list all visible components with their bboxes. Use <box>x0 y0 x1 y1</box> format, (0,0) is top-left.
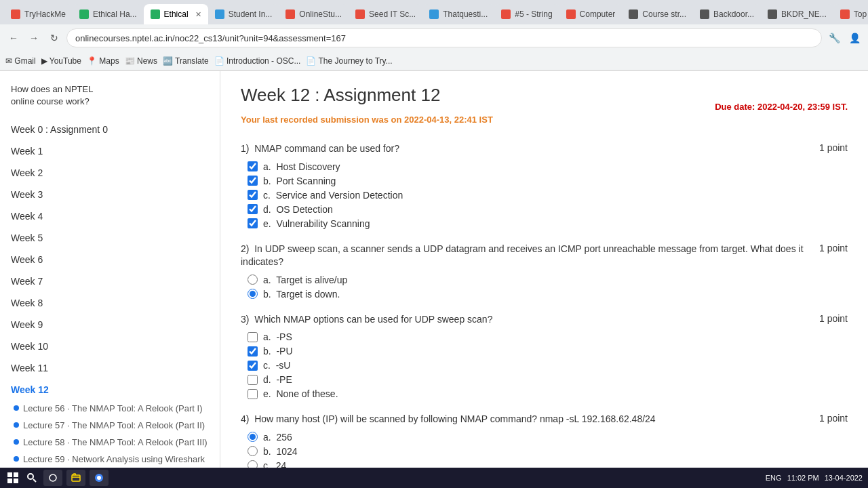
question-1-header: 1) NMAP command can be used for? 1 point <box>241 142 848 156</box>
extensions-button[interactable]: 🔧 <box>826 30 842 46</box>
sidebar-week0-label: Week 0 : Assignment 0 <box>11 124 108 135</box>
bookmark-translate[interactable]: 🔤 Translate <box>163 56 209 66</box>
tab-favicon <box>79 9 89 19</box>
tab-tryhackme[interactable]: TryHackMe <box>4 4 73 24</box>
tab-favicon <box>429 9 439 19</box>
reload-button[interactable]: ↻ <box>46 30 62 46</box>
option-1c[interactable]: c. Service and Version Detection <box>248 190 848 201</box>
sidebar-week-3[interactable]: Week 3 <box>0 184 220 205</box>
sidebar: How does an NPTEL online course work? We… <box>0 71 220 468</box>
radio-2a[interactable] <box>248 274 258 285</box>
radio-4a[interactable] <box>248 432 258 442</box>
sidebar-lecture-56[interactable]: Lecture 56 · The NMAP Tool: A Relook (Pa… <box>0 401 220 418</box>
bookmark-news[interactable]: 📰 News <box>125 56 157 66</box>
bookmark-gmail[interactable]: ✉ Gmail <box>5 56 36 66</box>
checkbox-3e[interactable] <box>248 389 258 399</box>
tab-label: Top 5 Bes... <box>854 9 868 19</box>
tab-string[interactable]: #5 - String <box>494 4 559 24</box>
tab-course[interactable]: Course str... <box>622 4 693 24</box>
sidebar-week-10[interactable]: Week 10 <box>0 336 220 357</box>
sidebar-week-8[interactable]: Week 8 <box>0 292 220 314</box>
back-button[interactable]: ← <box>5 30 22 46</box>
option-3e[interactable]: e. None of these. <box>248 388 848 399</box>
tab-favicon <box>840 9 850 19</box>
browser-chrome: TryHackMe Ethical Ha... Ethical ✕ Studen… <box>0 0 868 71</box>
tab-student[interactable]: Student In... <box>208 4 279 24</box>
address-bar[interactable] <box>66 28 822 47</box>
tab-ethical2[interactable]: Ethical ✕ <box>144 4 208 24</box>
close-icon[interactable]: ✕ <box>195 10 201 19</box>
option-1a[interactable]: a. Host Discovery <box>248 161 848 172</box>
checkbox-1b[interactable] <box>248 176 258 186</box>
lecture-dot <box>14 439 19 445</box>
sidebar-week-1[interactable]: Week 1 <box>0 140 220 162</box>
taskbar: ENG 11:02 PM 13-04-2022 <box>0 468 868 468</box>
bookmark-journey[interactable]: 📄 The Journey to Try... <box>306 56 392 66</box>
checkbox-3a[interactable] <box>248 332 258 342</box>
sidebar-week0[interactable]: Week 0 : Assignment 0 <box>0 119 220 140</box>
sidebar-info-text2: online course work? <box>11 96 90 106</box>
option-1e[interactable]: e. Vulnerability Scanning <box>248 218 848 229</box>
sidebar-week-5[interactable]: Week 5 <box>0 227 220 249</box>
sidebar-week-7[interactable]: Week 7 <box>0 270 220 292</box>
question-4: 4) How many host (IP) will be scanned by… <box>241 413 848 468</box>
option-4a[interactable]: a. 256 <box>248 432 848 443</box>
tab-online[interactable]: OnlineStu... <box>279 4 349 24</box>
tab-top5[interactable]: Top 5 Bes... <box>833 4 868 24</box>
sidebar-week-9[interactable]: Week 9 <box>0 314 220 336</box>
lecture-dot <box>14 405 19 411</box>
checkbox-1e[interactable] <box>248 218 258 228</box>
option-1d[interactable]: d. OS Detection <box>248 204 848 215</box>
tab-favicon <box>11 9 20 19</box>
option-4b[interactable]: b. 1024 <box>248 446 848 457</box>
tab-label: Seed IT Sc... <box>369 9 416 19</box>
sidebar-lecture-59[interactable]: Lecture 59 · Network Analysis using Wire… <box>0 451 220 468</box>
option-3a[interactable]: a. -PS <box>248 331 848 342</box>
option-2b[interactable]: b. Target is down. <box>248 289 848 300</box>
tab-label: #5 - String <box>515 9 552 19</box>
option-3d[interactable]: d. -PE <box>248 374 848 385</box>
tab-favicon <box>700 9 709 19</box>
checkbox-3d[interactable] <box>248 375 258 385</box>
lecture-dot <box>14 422 19 428</box>
sidebar-lecture-57[interactable]: Lecture 57 · The NMAP Tool: A Relook (Pa… <box>0 418 220 434</box>
question-3: 3) Which NMAP options can be used for UD… <box>241 313 848 400</box>
question-3-text: 3) Which NMAP options can be used for UD… <box>241 313 806 327</box>
option-1b[interactable]: b. Port Scanning <box>248 176 848 186</box>
option-3b[interactable]: b. -PU <box>248 346 848 357</box>
bookmark-youtube[interactable]: ▶ YouTube <box>41 56 81 66</box>
tab-computer[interactable]: Computer <box>559 4 623 24</box>
sidebar-lecture-58[interactable]: Lecture 58 · The NMAP Tool: A Relook (Pa… <box>0 434 220 451</box>
option-2a[interactable]: a. Target is alive/up <box>248 274 848 285</box>
bookmark-intro[interactable]: 📄 Introduction - OSC... <box>214 56 301 66</box>
tab-label: Thatquesti... <box>443 9 488 19</box>
checkbox-1a[interactable] <box>248 161 258 171</box>
tab-label: BKDR_NE... <box>781 9 827 19</box>
checkbox-1d[interactable] <box>248 204 258 214</box>
tab-thatq[interactable]: Thatquesti... <box>422 4 494 24</box>
forward-button[interactable]: → <box>26 30 42 46</box>
tab-backdoor[interactable]: Backdoor... <box>693 4 761 24</box>
question-2-header: 2) In UDP sweep scan, a scanner sends a … <box>241 243 848 269</box>
question-4-header: 4) How many host (IP) will be scanned by… <box>241 413 848 426</box>
radio-4b[interactable] <box>248 446 258 456</box>
tab-ethical1[interactable]: Ethical Ha... <box>73 4 144 24</box>
tab-bkdr[interactable]: BKDR_NE... <box>761 4 833 24</box>
question-2-points: 1 point <box>819 243 848 269</box>
sidebar-week-6[interactable]: Week 6 <box>0 249 220 270</box>
checkbox-1c[interactable] <box>248 190 258 200</box>
tab-label: Student In... <box>229 9 273 19</box>
question-3-header: 3) Which NMAP options can be used for UD… <box>241 313 848 327</box>
option-3c[interactable]: c. -sU <box>248 360 848 371</box>
checkbox-3c[interactable] <box>248 361 258 371</box>
tab-seed[interactable]: Seed IT Sc... <box>349 4 422 24</box>
question-2-text: 2) In UDP sweep scan, a scanner sends a … <box>241 243 806 269</box>
sidebar-week-4[interactable]: Week 4 <box>0 205 220 227</box>
sidebar-week-12[interactable]: Week 12 <box>0 379 220 401</box>
checkbox-3b[interactable] <box>248 346 258 357</box>
sidebar-week-11[interactable]: Week 11 <box>0 357 220 379</box>
radio-2b[interactable] <box>248 289 258 299</box>
sidebar-week-2[interactable]: Week 2 <box>0 162 220 184</box>
bookmark-maps[interactable]: 📍 Maps <box>87 56 119 66</box>
profile-button[interactable]: 👤 <box>846 30 863 46</box>
